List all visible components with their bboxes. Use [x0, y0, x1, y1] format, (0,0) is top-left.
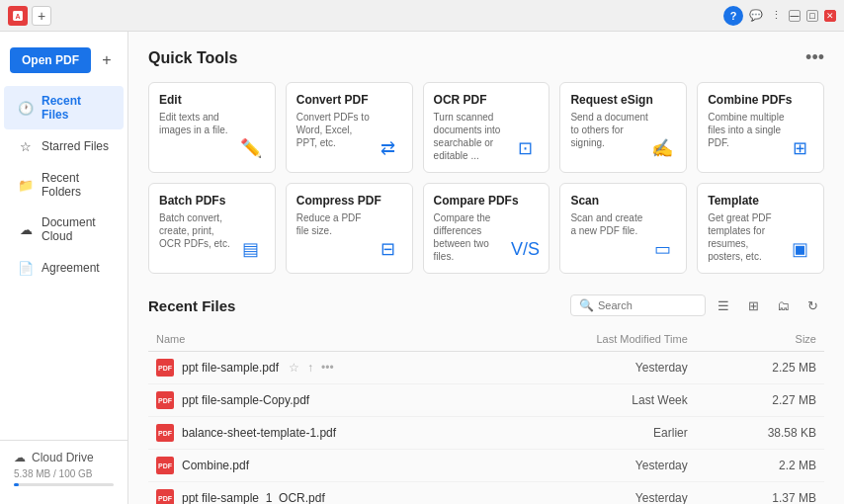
table-row[interactable]: PDF Combine.pdf Yesterday 2.2 MB — [148, 450, 824, 482]
tool-desc: Reduce a PDF file size. — [296, 211, 402, 237]
table-row[interactable]: PDF balance-sheet-template-1.pdf Earlier… — [148, 417, 824, 450]
file-name: ppt file-sample-Copy.pdf — [182, 393, 309, 407]
file-name-cell: PDF Combine.pdf — [148, 450, 502, 482]
close-button[interactable]: ✕ — [824, 10, 836, 22]
compare-pdfs-icon: V/S — [511, 235, 539, 263]
pdf-icon: PDF — [156, 424, 174, 442]
search-box[interactable]: 🔍 — [570, 294, 706, 316]
tool-card-ocr-pdf[interactable]: OCR PDF Turn scanned documents into sear… — [423, 82, 550, 173]
col-modified: Last Modified Time — [502, 327, 696, 352]
tool-title: Combine PDFs — [708, 93, 813, 107]
sidebar-item-document-cloud[interactable]: ☁Document Cloud — [4, 208, 124, 251]
quick-tools-header: Quick Tools ••• — [148, 47, 824, 68]
tool-title: Scan — [570, 194, 676, 208]
recent-files-title: Recent Files — [148, 297, 235, 314]
help-button[interactable]: ? — [723, 6, 743, 26]
file-modified: Yesterday — [502, 352, 696, 384]
quick-tools-more-button[interactable]: ••• — [805, 47, 824, 68]
file-actions: ☆ ↑ ••• — [287, 359, 336, 377]
pdf-icon: PDF — [156, 391, 174, 409]
batch-pdfs-icon: ▤ — [237, 235, 265, 263]
sidebar-item-label: Starred Files — [42, 139, 109, 153]
content-area: Quick Tools ••• Edit Edit texts and imag… — [128, 32, 844, 504]
pdf-icon: PDF — [156, 457, 174, 474]
storage-text: 5.38 MB / 100 GB — [14, 468, 114, 479]
tool-card-convert-pdf[interactable]: Convert PDF Convert PDFs to Word, Excel,… — [286, 82, 413, 173]
file-size: 2.2 MB — [696, 450, 824, 482]
grid-view-button[interactable]: ⊞ — [741, 294, 765, 317]
tool-card-request-esign[interactable]: Request eSign Send a document to others … — [559, 82, 687, 173]
upload-button[interactable]: ↑ — [305, 359, 315, 377]
file-name: ppt file-sample.pdf — [182, 361, 279, 375]
menu-button[interactable]: ⋮ — [769, 9, 783, 23]
table-row[interactable]: PDF ppt file-sample_1_OCR.pdf Yesterday … — [148, 482, 824, 505]
tool-title: Template — [708, 194, 813, 208]
ocr-pdf-icon: ⊡ — [511, 134, 539, 162]
file-size: 38.58 KB — [696, 417, 824, 450]
maximize-button[interactable]: □ — [806, 10, 818, 22]
new-tab-button[interactable]: + — [32, 6, 51, 26]
table-row[interactable]: PDF ppt file-sample-Copy.pdf Last Week 2… — [148, 384, 824, 417]
more-button[interactable]: ••• — [319, 359, 336, 377]
tool-card-batch-pdfs[interactable]: Batch PDFs Batch convert, create, print,… — [148, 183, 276, 274]
svg-text:A: A — [15, 12, 20, 19]
tools-grid: Edit Edit texts and images in a file. ✏️… — [148, 82, 824, 274]
recent-files-icon: 🕐 — [18, 100, 34, 116]
main-layout: Open PDF + 🕐Recent Files☆Starred Files📁R… — [0, 32, 844, 504]
file-name-cell: PDF ppt file-sample_1_OCR.pdf — [148, 482, 502, 505]
titlebar: A + ? 💬 ⋮ — □ ✕ — [0, 0, 844, 32]
cloud-drive-label: ☁ Cloud Drive — [14, 451, 114, 464]
sidebar-item-starred-files[interactable]: ☆Starred Files — [4, 130, 124, 162]
agreement-icon: 📄 — [18, 260, 34, 276]
tool-title: Convert PDF — [296, 93, 402, 107]
titlebar-right: ? 💬 ⋮ — □ ✕ — [723, 6, 836, 26]
tool-card-edit[interactable]: Edit Edit texts and images in a file. ✏️ — [148, 82, 276, 173]
titlebar-left: A + — [8, 6, 51, 26]
sidebar-item-label: Agreement — [42, 261, 100, 275]
convert-pdf-icon: ⇄ — [375, 134, 402, 162]
filter-button[interactable]: 🗂 — [771, 294, 795, 317]
tool-title: Compare PDFs — [434, 194, 540, 208]
sidebar-item-recent-folders[interactable]: 📁Recent Folders — [4, 163, 124, 207]
pdf-icon: PDF — [156, 359, 174, 377]
file-name: balance-sheet-template-1.pdf — [182, 426, 336, 440]
tool-title: Edit — [159, 93, 265, 107]
tool-card-template[interactable]: Template Get great PDF templates for res… — [697, 183, 824, 274]
refresh-button[interactable]: ↻ — [801, 294, 824, 317]
tool-desc: Edit texts and images in a file. — [159, 111, 265, 136]
sidebar-top: Open PDF + — [0, 40, 127, 85]
file-size: 1.37 MB — [696, 482, 824, 505]
storage-fill — [14, 483, 19, 486]
request-esign-icon: ✍ — [648, 134, 676, 162]
tool-card-combine-pdfs[interactable]: Combine PDFs Combine multiple files into… — [697, 82, 824, 173]
cloud-icon: ☁ — [14, 451, 26, 464]
minimize-button[interactable]: — — [789, 10, 801, 22]
list-view-button[interactable]: ☰ — [712, 294, 735, 317]
search-icon: 🔍 — [579, 298, 594, 312]
file-modified: Yesterday — [502, 450, 696, 482]
file-size: 2.25 MB — [696, 352, 824, 384]
star-button[interactable]: ☆ — [287, 359, 301, 377]
sidebar-item-agreement[interactable]: 📄Agreement — [4, 252, 124, 284]
tool-card-compress-pdf[interactable]: Compress PDF Reduce a PDF file size. ⊟ — [286, 183, 413, 274]
chat-icon[interactable]: 💬 — [749, 9, 763, 23]
starred-files-icon: ☆ — [18, 138, 34, 154]
tool-desc: Scan and create a new PDF file. — [570, 211, 676, 237]
sidebar-item-recent-files[interactable]: 🕐Recent Files — [4, 86, 124, 129]
open-pdf-button[interactable]: Open PDF — [10, 47, 91, 73]
add-button[interactable]: + — [97, 50, 117, 70]
tool-card-compare-pdfs[interactable]: Compare PDFs Compare the differences bet… — [423, 183, 550, 274]
document-cloud-icon: ☁ — [18, 221, 34, 237]
file-name: ppt file-sample_1_OCR.pdf — [182, 491, 325, 504]
tool-title: Compress PDF — [296, 194, 402, 208]
file-name: Combine.pdf — [182, 459, 249, 472]
tool-card-scan[interactable]: Scan Scan and create a new PDF file. ▭ — [559, 183, 687, 274]
file-size: 2.27 MB — [696, 384, 824, 417]
table-row[interactable]: PDF ppt file-sample.pdf ☆ ↑ ••• Yesterda… — [148, 352, 824, 384]
template-icon: ▣ — [786, 235, 813, 263]
search-input[interactable] — [598, 299, 697, 311]
sidebar-bottom: ☁ Cloud Drive 5.38 MB / 100 GB — [0, 440, 127, 496]
files-table: Name Last Modified Time Size PDF ppt fil… — [148, 327, 824, 504]
recent-folders-icon: 📁 — [18, 177, 34, 193]
col-name: Name — [148, 327, 502, 352]
